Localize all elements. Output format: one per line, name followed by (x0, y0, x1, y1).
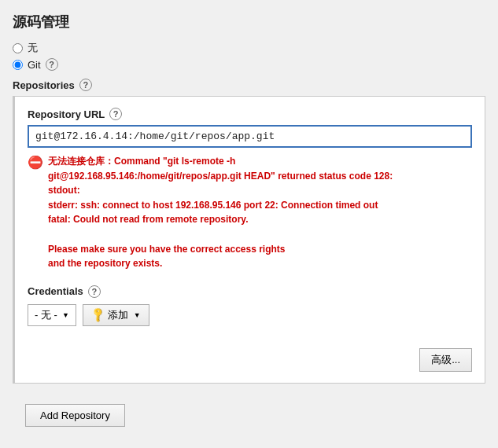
add-repository-button[interactable]: Add Repository (25, 404, 125, 427)
credentials-select[interactable]: - 无 - ▼ (28, 304, 76, 326)
error-icon: ⛔ (28, 155, 43, 170)
radio-git[interactable] (13, 60, 23, 70)
radio-git-label[interactable]: Git (28, 59, 41, 71)
error-message: 无法连接仓库：Command "git ls-remote -h git@192… (48, 154, 393, 271)
inner-panel: Repository URL ? ⛔ 无法连接仓库：Command "git l… (13, 96, 485, 384)
chevron-down-icon: ▼ (62, 311, 69, 319)
error-block: ⛔ 无法连接仓库：Command "git ls-remote -h git@1… (28, 154, 472, 271)
footer-row: Add Repository (0, 387, 498, 431)
bottom-row: 高级... (28, 348, 472, 372)
radio-none-row: 无 (13, 41, 485, 55)
radio-none-label[interactable]: 无 (28, 41, 38, 55)
url-field-label: Repository URL ? (28, 108, 472, 120)
add-credentials-button[interactable]: 🔑 添加 ▼ (83, 304, 149, 326)
page-title: 源码管理 (0, 8, 498, 39)
repositories-help-icon[interactable]: ? (79, 79, 92, 91)
credentials-section: Credentials ? - 无 - ▼ 🔑 添加 ▼ (28, 285, 472, 326)
credentials-controls: - 无 - ▼ 🔑 添加 ▼ (28, 304, 472, 326)
git-help-icon[interactable]: ? (46, 58, 58, 71)
credentials-label: Credentials ? (28, 285, 472, 298)
radio-none[interactable] (13, 43, 23, 53)
repository-url-input[interactable] (28, 125, 472, 148)
key-icon: 🔑 (89, 307, 106, 324)
repositories-label: Repositories ? (13, 79, 485, 91)
repositories-section: Repositories ? Repository URL ? ⛔ 无法连接仓库… (0, 75, 498, 387)
radio-git-row: Git ? (13, 58, 485, 71)
page-container: 源码管理 无 Git ? Repositories ? Repository U… (0, 0, 498, 448)
credentials-help-icon[interactable]: ? (88, 285, 101, 298)
add-chevron-icon: ▼ (134, 311, 141, 319)
url-help-icon[interactable]: ? (109, 108, 122, 120)
radio-group: 无 Git ? (0, 39, 498, 75)
advanced-button[interactable]: 高级... (419, 348, 472, 372)
